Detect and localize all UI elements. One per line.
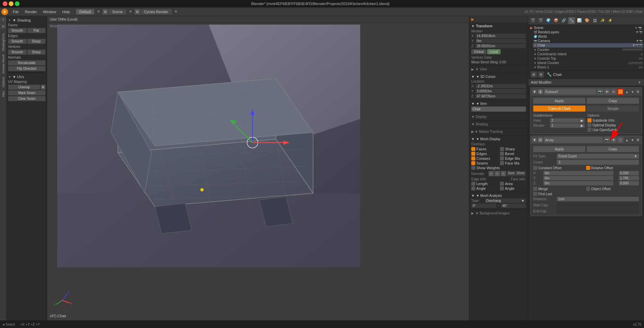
scene-item-chair[interactable]: ▼ Chair 👁 📷 📷 <box>533 43 643 48</box>
scene-item-coverboards[interactable]: ▼ Coverboards Island ▽ <box>533 52 643 56</box>
subsurf-type-icon[interactable]: ◈ <box>538 89 543 94</box>
tool-icon-1[interactable]: T <box>0 17 6 23</box>
optimal-display-checkbox[interactable] <box>587 123 591 127</box>
local-btn[interactable]: Local <box>487 49 501 54</box>
array-y-left-field[interactable]: 0m <box>543 176 613 180</box>
show-weights-checkbox[interactable] <box>471 166 475 170</box>
tab-cycles[interactable]: Cycles Render <box>141 9 172 14</box>
layout-icon-2[interactable]: ⊞ <box>135 9 140 14</box>
view-val-field[interactable]: 2▶ <box>550 118 585 123</box>
prop-gizmo-2[interactable]: ⊞ <box>538 71 544 78</box>
length-checkbox[interactable] <box>471 182 475 186</box>
area-checkbox[interactable] <box>500 182 504 186</box>
simple-btn[interactable]: Simple <box>587 106 639 112</box>
mark-seam-btn[interactable]: Mark Seam <box>8 90 45 95</box>
subsurf-copy-btn[interactable]: Copy <box>587 98 639 104</box>
chair-vis-render[interactable]: 📷 <box>639 44 643 47</box>
distance-field[interactable]: 1cm <box>557 197 639 201</box>
close-button[interactable] <box>3 1 7 6</box>
subsurf-expand-toggle[interactable]: ▼ <box>532 89 537 94</box>
scene-item-coverds-top[interactable]: ▼ Coverds Top ▽▽ <box>533 56 643 61</box>
creases-checkbox[interactable] <box>471 156 475 160</box>
object-offset-checkbox[interactable] <box>586 187 590 191</box>
scene-item-island-counter[interactable]: ▼ Island Counter ▷▽▽▽▽▽▽ <box>533 61 643 65</box>
array-y-right-field[interactable]: 1.785 <box>619 176 639 180</box>
subsurf-down-arrow[interactable]: ▼ <box>630 90 635 94</box>
add-modifier-bar[interactable]: Add Modifier ▼ <box>528 79 644 86</box>
render-val-field[interactable]: 2▶ <box>550 123 585 128</box>
cursor-z-val[interactable]: 67.68735cm <box>475 94 526 98</box>
renderlayers-eye[interactable]: 👁 <box>636 31 639 34</box>
tab-scene[interactable]: Scene <box>109 9 126 14</box>
bevel-checkbox[interactable] <box>500 152 504 156</box>
flat-face-btn[interactable]: Flat <box>27 28 46 33</box>
angle2-checkbox[interactable] <box>500 186 504 190</box>
fit-type-field[interactable]: Fixed Count▼ <box>557 154 639 159</box>
scene-item-renderlayers[interactable]: 🎬 RenderLayers 👁 📷 <box>533 30 643 34</box>
shading-section-header[interactable]: ▼ ▼ Shading <box>8 18 45 23</box>
prop-icon-material[interactable]: 🎨 <box>584 17 590 24</box>
view-section-header[interactable]: ▶ ▼ View <box>469 67 528 72</box>
array-z-right-field[interactable]: 0.000 <box>619 181 639 185</box>
tab-add-default[interactable]: ✕ <box>95 9 102 14</box>
array-expand-toggle[interactable]: ▼ <box>532 138 537 142</box>
menu-window[interactable]: Window <box>40 9 59 14</box>
flip-direction-btn[interactable]: Flip Direction <box>8 66 45 71</box>
merge-checkbox[interactable] <box>533 187 537 191</box>
unwrap-btn[interactable]: Unwrap <box>8 85 40 90</box>
sharp-checkbox[interactable] <box>500 147 504 151</box>
scene-item-world[interactable]: 🌍 World <box>533 34 643 39</box>
subsurf-viewport-icon[interactable]: 👁 <box>604 89 610 95</box>
normals-vert-btn[interactable]: ⊕ <box>488 171 494 176</box>
smooth-vert-btn[interactable]: Smooth <box>8 50 27 55</box>
sharp-edge-btn[interactable]: Sharp <box>27 39 46 44</box>
tool-icon-2[interactable]: ⊕ <box>0 23 6 29</box>
array-apply-btn[interactable]: Apply <box>533 146 585 152</box>
grease-pencil-label[interactable]: Grease Pencil <box>1 54 6 74</box>
camera-vis-cam[interactable]: 📷 <box>639 39 643 42</box>
smooth-edge-btn[interactable]: Smooth <box>8 39 27 44</box>
mesh-analysis-header[interactable]: ▼ ▼ Mesh Analysis <box>469 193 528 198</box>
prop-icon-physics[interactable]: ⚡ <box>607 17 614 24</box>
global-btn[interactable]: Global <box>471 49 486 54</box>
subsurf-cage-icon[interactable]: ⬡ <box>617 89 623 95</box>
prop-icon-object[interactable]: 📦 <box>553 17 560 24</box>
smooth-face-btn[interactable]: Smooth <box>8 28 27 33</box>
facema-checkbox[interactable] <box>500 161 504 165</box>
array-down-arrow[interactable]: ▼ <box>630 138 635 142</box>
motion-tracking-header[interactable]: ▶ ▼ Motion Tracking <box>469 129 528 134</box>
array-render-icon[interactable]: 📷 <box>604 137 610 143</box>
prop-icon-modifiers[interactable]: 🔧 <box>568 17 575 24</box>
background-images-header[interactable]: ▶ ▼ Background Images <box>469 211 528 216</box>
normals-size[interactable]: Size: 10cm <box>507 171 526 176</box>
array-type-icon[interactable]: ⊟ <box>538 138 543 142</box>
end-cap-field[interactable] <box>557 208 639 214</box>
normals-edge-btn[interactable]: ⊕ <box>495 171 500 176</box>
recalculate-btn[interactable]: Recalculate <box>8 60 45 65</box>
maximize-button[interactable] <box>15 1 20 6</box>
angle-max-field[interactable]: 45° <box>501 204 526 208</box>
mesh-display-header[interactable]: ▼ ▼ Mesh Display <box>469 137 528 142</box>
tab-default[interactable]: Default <box>76 9 95 14</box>
unwrap-options[interactable]: ▼ <box>41 85 45 90</box>
prop-icon-render[interactable]: 🎬 <box>530 17 536 24</box>
prop-icon-scene[interactable]: 🎬 <box>537 17 544 24</box>
subdivide-uvs-checkbox[interactable] <box>587 118 591 122</box>
edgema-checkbox[interactable] <box>500 156 504 160</box>
minimize-button[interactable] <box>9 1 13 6</box>
seams-checkbox[interactable] <box>471 161 475 165</box>
scene-camera-icon[interactable]: 📷 <box>638 26 642 30</box>
median-y-value[interactable]: 0m <box>475 39 526 43</box>
array-x-right-field[interactable]: 0.000 <box>619 171 639 175</box>
prop-icon-world[interactable]: 🌍 <box>545 17 552 24</box>
menu-help[interactable]: Help <box>60 9 73 14</box>
edges-checkbox[interactable] <box>471 152 475 156</box>
tab-add-scene[interactable]: ✕ <box>127 9 134 14</box>
subsurf-apply-btn[interactable]: Apply <box>533 98 585 104</box>
first-last-checkbox[interactable] <box>533 192 537 196</box>
cursor-x-val[interactable]: -2.35532m <box>475 84 526 88</box>
scene-item-camera[interactable]: 📷 Camera 👁 📷 <box>533 39 643 43</box>
normals-face-btn[interactable]: ⊕ <box>501 171 506 176</box>
item-name-field[interactable]: Chair <box>471 107 526 112</box>
menu-render[interactable]: Render <box>22 9 40 14</box>
